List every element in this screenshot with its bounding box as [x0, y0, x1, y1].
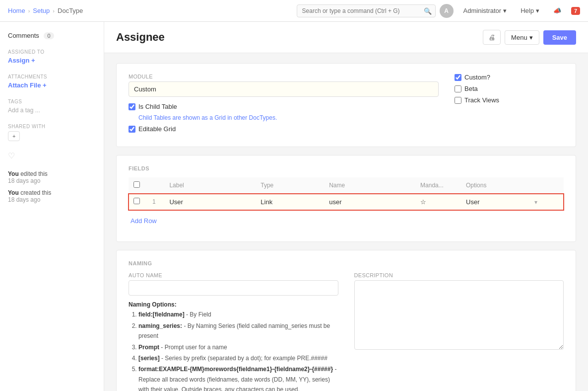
fields-table-header-row: Label Type Name Manda... Options — [129, 177, 564, 194]
save-button[interactable]: Save — [543, 30, 576, 45]
fields-section-title: FIELDS — [129, 165, 564, 171]
naming-option-1: field:[fieldname] - By Field — [138, 310, 338, 319]
admin-dropdown[interactable]: Administrator ▾ — [459, 5, 511, 16]
th-options: Options — [461, 177, 529, 194]
track-views-checkbox[interactable] — [455, 97, 461, 104]
th-manda: Manda... — [415, 177, 461, 194]
assign-button[interactable]: Assign + — [8, 57, 35, 64]
module-left-col: Module Is Child Table Child Tables are s… — [129, 74, 439, 137]
main-content: Assignee 🖨 Menu ▾ Save Module — [104, 22, 588, 391]
breadcrumb-doctype: DocType — [58, 7, 83, 14]
naming-option-2: naming_series: - By Naming Series (field… — [138, 321, 338, 341]
th-num — [147, 177, 164, 194]
menu-button[interactable]: Menu ▾ — [505, 30, 539, 45]
add-tag-link[interactable]: Add a tag ... — [8, 107, 40, 114]
breadcrumb: Home › Setup › DocType — [8, 7, 293, 14]
help-dropdown[interactable]: Help ▾ — [517, 5, 543, 16]
beta-row: Beta — [455, 85, 564, 92]
module-section: Module Is Child Table Child Tables are s… — [116, 63, 576, 147]
row-checkbox-cell — [129, 194, 147, 210]
row-checkbox[interactable] — [133, 198, 140, 204]
navbar: Home › Setup › DocType 🔍 A Administrator… — [0, 0, 588, 22]
module-label: Module — [129, 74, 439, 79]
module-input[interactable] — [129, 81, 439, 97]
row-dropdown-icon[interactable]: ▾ — [534, 199, 537, 206]
attach-file-button[interactable]: Attach File + — [8, 81, 47, 89]
editable-grid-checkbox[interactable] — [129, 126, 135, 133]
avatar: A — [440, 4, 454, 18]
breadcrumb-sep-1: › — [28, 8, 30, 14]
module-row: Module Is Child Table Child Tables are s… — [129, 74, 564, 137]
activity-1-action: edited this — [20, 170, 48, 177]
attachments-label: ATTACHMENTS — [8, 74, 96, 79]
sidebar-shared-with: SHARED WITH + — [8, 124, 96, 141]
naming-options-list: field:[fieldname] - By Field naming_seri… — [129, 310, 338, 391]
activity-1-actor: You — [8, 170, 19, 177]
help-chevron-icon: ▾ — [536, 7, 539, 14]
activity-2-time: 18 days ago — [8, 196, 40, 203]
row-name-cell: user — [324, 194, 415, 210]
activity-item-1: You edited this 18 days ago — [8, 170, 96, 184]
sidebar-heart: ♡ — [8, 151, 96, 160]
beta-checkbox[interactable] — [455, 85, 461, 92]
megaphone-button[interactable]: 📣 — [549, 5, 565, 16]
naming-left: Auto Name Naming Options: field:[fieldna… — [129, 272, 338, 391]
shared-with-label: SHARED WITH — [8, 124, 96, 129]
th-check — [129, 177, 147, 194]
editable-grid-label: Editable Grid — [138, 125, 176, 133]
naming-section: NAMING Auto Name Naming Options: field:[… — [116, 250, 576, 391]
custom-label: Custom? — [464, 74, 490, 81]
favorite-icon[interactable]: ♡ — [8, 152, 15, 160]
activity-2-actor: You — [8, 189, 19, 196]
assigned-to-label: ASSIGNED TO — [8, 49, 96, 55]
search-input[interactable] — [297, 4, 436, 17]
naming-option-4: [series] - Series by prefix (separated b… — [138, 353, 338, 363]
activity-1-time: 18 days ago — [8, 177, 40, 184]
form-area: Module Is Child Table Child Tables are s… — [104, 53, 588, 391]
notification-badge[interactable]: 7 — [571, 7, 580, 15]
is-child-table-row: Is Child Table — [129, 103, 439, 110]
chevron-down-icon: ▾ — [503, 7, 507, 14]
search-icon: 🔍 — [424, 7, 432, 14]
is-child-table-checkbox[interactable] — [129, 103, 135, 110]
custom-checkbox[interactable] — [455, 74, 461, 81]
sidebar-activity: You edited this 18 days ago You created … — [8, 170, 96, 203]
custom-row: Custom? — [455, 74, 564, 81]
page-wrapper: Comments 0 ASSIGNED TO Assign + ATTACHME… — [0, 22, 588, 391]
description-textarea[interactable] — [354, 280, 564, 350]
header-actions: 🖨 Menu ▾ Save — [483, 30, 576, 45]
fields-table-body: 1 User Link user ☆ User ▾ — [129, 194, 564, 210]
naming-options-title: Naming Options: — [129, 301, 177, 308]
description-label: Description — [354, 272, 564, 278]
page-header: Assignee 🖨 Menu ▾ Save — [104, 22, 588, 53]
module-right-col: Custom? Beta Track Views — [455, 74, 564, 108]
row-type-cell: Link — [256, 194, 324, 210]
auto-name-input[interactable] — [129, 280, 338, 296]
breadcrumb-home[interactable]: Home — [8, 7, 25, 14]
sidebar-comments: Comments 0 — [8, 32, 96, 39]
comments-count: 0 — [44, 32, 54, 39]
breadcrumb-setup[interactable]: Setup — [33, 7, 50, 14]
naming-option-3: Prompt - Prompt user for a name — [138, 342, 338, 352]
search-bar-container: 🔍 — [297, 4, 436, 17]
activity-2-action: created this — [20, 189, 51, 196]
naming-options-text: Naming Options: field:[fieldname] - By F… — [129, 300, 338, 391]
is-child-table-label: Is Child Table — [138, 103, 177, 110]
activity-item-2: You created this 18 days ago — [8, 189, 96, 203]
fields-table-head: Label Type Name Manda... Options — [129, 177, 564, 194]
table-row[interactable]: 1 User Link user ☆ User ▾ — [129, 194, 564, 210]
select-all-checkbox[interactable] — [133, 181, 140, 188]
nav-right: A Administrator ▾ Help ▾ 📣 7 — [440, 4, 580, 18]
add-row-button[interactable]: Add Row — [129, 213, 159, 229]
editable-grid-row: Editable Grid — [129, 125, 439, 133]
checkboxes-col: Is Child Table Child Tables are shown as… — [129, 103, 439, 133]
sidebar-attachments: ATTACHMENTS Attach File + — [8, 74, 96, 89]
add-shared-button[interactable]: + — [8, 131, 20, 141]
track-views-row: Track Views — [455, 96, 564, 104]
row-options-cell: User — [461, 194, 529, 210]
row-label-cell: User — [164, 194, 256, 210]
th-action — [529, 177, 564, 194]
print-button[interactable]: 🖨 — [483, 30, 501, 45]
add-row-container: Add Row — [129, 210, 564, 232]
th-type: Type — [256, 177, 324, 194]
